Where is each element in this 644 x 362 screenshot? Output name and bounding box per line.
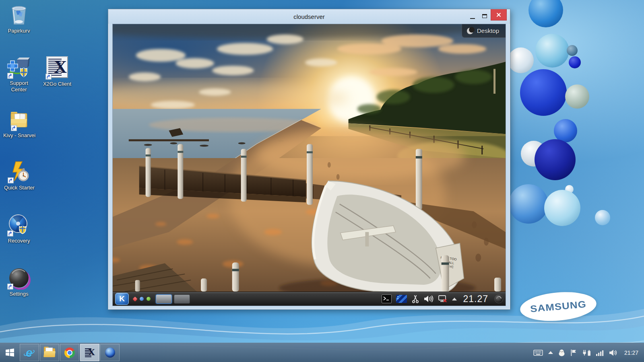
desktop-icon-settings[interactable]: Settings bbox=[1, 266, 37, 297]
kde-clock[interactable]: 21.27 bbox=[463, 294, 488, 304]
remote-desktop-viewport: FARR TOO SMALL RBYC Desktop K bbox=[112, 24, 506, 306]
desktop-icon-label: Settings bbox=[1, 291, 37, 297]
window-title: cloudserver bbox=[293, 13, 325, 20]
kde-wallpaper-photo: FARR TOO SMALL RBYC Desktop bbox=[113, 24, 506, 292]
activity-dot-red-icon[interactable] bbox=[132, 296, 138, 302]
wallpaper-bubble bbox=[528, 0, 563, 27]
desktop-icon-x2go-client[interactable]: X X2Go Client bbox=[39, 56, 76, 87]
maximize-button[interactable] bbox=[479, 10, 491, 22]
terminal-tray-icon[interactable] bbox=[382, 294, 392, 303]
desktop-icon-label: Kivy - Snarvei bbox=[0, 132, 41, 139]
wallpaper-bubble bbox=[535, 34, 569, 68]
window-caption-buttons bbox=[466, 9, 507, 24]
touch-keyboard-icon[interactable] bbox=[533, 350, 543, 356]
desktop-icon-label: Quick Starter bbox=[0, 185, 39, 191]
taskbar-clock[interactable]: 21:27 bbox=[624, 350, 638, 356]
battery-icon[interactable] bbox=[582, 349, 591, 356]
wallpaper-bubble bbox=[595, 210, 610, 225]
file-explorer-icon bbox=[44, 348, 55, 357]
desktop-icon-label: Papirkurv bbox=[1, 28, 37, 34]
recycle-bin-icon bbox=[7, 3, 31, 27]
windows-taskbar: e X bbox=[0, 343, 644, 362]
volume-icon[interactable] bbox=[609, 349, 617, 356]
desktop-icon-quick-starter[interactable]: Quick Starter bbox=[0, 160, 39, 191]
kde-cashew-icon bbox=[467, 28, 473, 34]
wallpaper-bubble bbox=[544, 190, 580, 226]
klipper-tray-icon[interactable] bbox=[396, 295, 407, 303]
shortcut-arrow-icon bbox=[7, 73, 13, 79]
toolbox-label: Desktop bbox=[477, 27, 499, 34]
desktop-icon-label: X2Go Client bbox=[39, 81, 76, 87]
recovery-icon bbox=[7, 213, 31, 237]
tray-mascot-icon[interactable] bbox=[558, 349, 565, 356]
wallpaper-bubble bbox=[554, 119, 577, 142]
kde-panel: K bbox=[113, 292, 506, 306]
windows-system-tray: 21:27 bbox=[533, 343, 644, 362]
start-button[interactable] bbox=[0, 343, 19, 362]
kde-menu-button[interactable]: K bbox=[115, 293, 129, 305]
windows-logo-icon bbox=[5, 348, 14, 357]
blue-orb-app-icon bbox=[105, 348, 115, 358]
chrome-icon bbox=[64, 348, 75, 358]
desktop-icon-label: Recovery bbox=[1, 238, 37, 244]
wallpaper-bubble bbox=[509, 184, 548, 224]
shortcut-arrow-icon bbox=[7, 230, 13, 237]
network-monitor-disconnected-icon[interactable] bbox=[438, 294, 448, 303]
folder-shortcut-icon bbox=[8, 108, 31, 131]
taskbar-button-x2go-active[interactable]: X bbox=[80, 344, 99, 361]
wallpaper-bubble bbox=[535, 139, 576, 180]
desktop-icon-support-center[interactable]: Support Center bbox=[1, 56, 37, 93]
kde-logo-glyph: K bbox=[119, 294, 125, 303]
shortcut-arrow-icon bbox=[45, 74, 52, 80]
taskbar-button-remote-app[interactable] bbox=[100, 344, 120, 361]
close-button[interactable] bbox=[491, 9, 507, 21]
quick-starter-icon bbox=[8, 160, 31, 183]
window-titlebar[interactable]: cloudserver bbox=[108, 9, 510, 24]
wallpaper-bubble bbox=[569, 56, 581, 68]
action-center-flag-icon[interactable] bbox=[570, 349, 577, 356]
kde-desktop-toolbox[interactable]: Desktop bbox=[462, 24, 506, 38]
taskbar-button-file-explorer[interactable] bbox=[40, 344, 59, 361]
activity-dot-green-icon[interactable] bbox=[147, 297, 151, 301]
shortcut-arrow-icon bbox=[7, 284, 13, 290]
volume-icon[interactable] bbox=[424, 295, 433, 303]
wallpaper-bubble bbox=[567, 45, 578, 56]
kde-panel-cashew-icon[interactable] bbox=[494, 294, 503, 303]
taskbar-button-internet-explorer[interactable]: e bbox=[20, 344, 39, 361]
tray-expand-arrow-icon[interactable] bbox=[452, 298, 457, 300]
taskbar-button-chrome[interactable] bbox=[60, 344, 79, 361]
clipboard-scissors-icon[interactable] bbox=[411, 294, 419, 303]
kde-task-button[interactable] bbox=[174, 294, 190, 304]
x2go-mini-icon: X bbox=[85, 348, 95, 358]
wallpaper-bubble bbox=[508, 47, 534, 73]
x2go-x-glyph: X bbox=[54, 58, 67, 77]
minimize-icon bbox=[470, 18, 475, 19]
x2go-session-window: cloudserver bbox=[108, 9, 510, 310]
samsung-logo-text: SAMSUNG bbox=[530, 298, 587, 315]
shortcut-arrow-icon bbox=[11, 125, 17, 131]
kde-system-tray: 21.27 bbox=[382, 294, 503, 304]
desktop-icon-kivy-shortcut[interactable]: Kivy - Snarvei bbox=[0, 108, 41, 139]
desktop-icon-papirkurv[interactable]: Papirkurv bbox=[1, 3, 37, 34]
internet-explorer-icon: e bbox=[23, 347, 35, 359]
maximize-icon bbox=[482, 14, 487, 18]
settings-knob-icon bbox=[7, 266, 31, 290]
kde-task-button-active[interactable] bbox=[156, 294, 172, 304]
desktop-icon-recovery[interactable]: Recovery bbox=[1, 213, 37, 244]
wallpaper-bubble bbox=[565, 84, 589, 109]
desktop-icon-label: Support Center bbox=[4, 80, 34, 93]
x2go-app-icon: X bbox=[45, 56, 69, 80]
activity-dot-blue-icon[interactable] bbox=[140, 297, 144, 301]
wallpaper-bubble bbox=[520, 69, 567, 116]
shortcut-arrow-icon bbox=[8, 177, 14, 183]
hidden-icons-chevron-icon[interactable] bbox=[548, 351, 553, 354]
support-center-icon bbox=[7, 56, 31, 79]
network-signal-icon[interactable] bbox=[596, 350, 604, 356]
kde-activity-widgets bbox=[133, 297, 151, 301]
minimize-button[interactable] bbox=[466, 10, 479, 22]
